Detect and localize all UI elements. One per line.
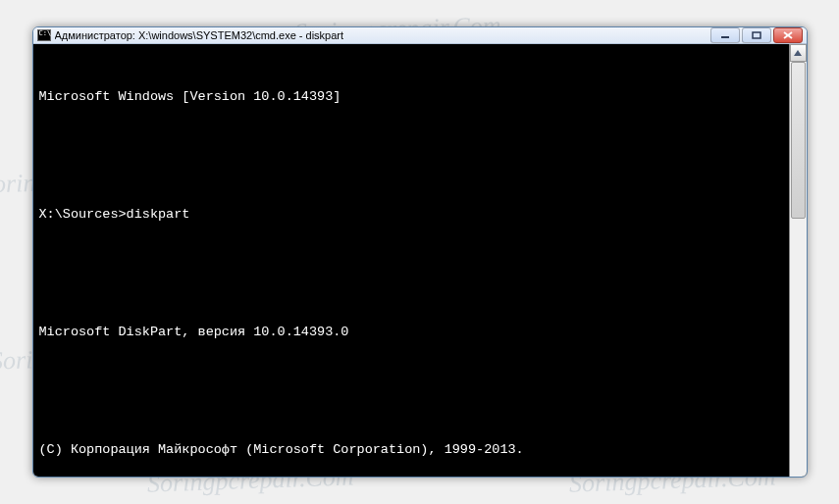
titlebar[interactable]: C:\ Администратор: X:\windows\SYSTEM32\c…: [33, 27, 807, 44]
terminal-line: [39, 146, 783, 166]
maximize-icon: [752, 31, 761, 39]
window-buttons: [710, 27, 803, 43]
vertical-scrollbar[interactable]: [789, 44, 807, 478]
cmd-icon: C:\: [37, 29, 51, 41]
terminal-line: [39, 381, 783, 401]
minimize-icon: [720, 31, 730, 39]
terminal-line: (C) Корпорация Майкрософт (Microsoft Cor…: [39, 440, 783, 460]
svg-rect-1: [753, 32, 760, 38]
client-area: Microsoft Windows [Version 10.0.14393] X…: [33, 44, 807, 478]
window-title: Администратор: X:\windows\SYSTEM32\cmd.e…: [55, 29, 710, 41]
minimize-button[interactable]: [710, 27, 740, 43]
scrollbar-thumb[interactable]: [791, 62, 806, 219]
chevron-up-icon: [794, 50, 802, 56]
close-button[interactable]: [773, 27, 803, 43]
terminal-line: Microsoft DiskPart, версия 10.0.14393.0: [39, 323, 783, 342]
close-icon: [783, 31, 793, 39]
scroll-up-button[interactable]: [790, 44, 807, 62]
svg-marker-4: [794, 50, 802, 56]
maximize-button[interactable]: [742, 27, 771, 43]
terminal[interactable]: Microsoft Windows [Version 10.0.14393] X…: [33, 44, 789, 478]
cmd-window: C:\ Администратор: X:\windows\SYSTEM32\c…: [32, 26, 808, 478]
terminal-line: X:\Sources>diskpart: [39, 205, 783, 225]
terminal-line: Microsoft Windows [Version 10.0.14393]: [39, 87, 783, 107]
terminal-line: [39, 264, 783, 283]
